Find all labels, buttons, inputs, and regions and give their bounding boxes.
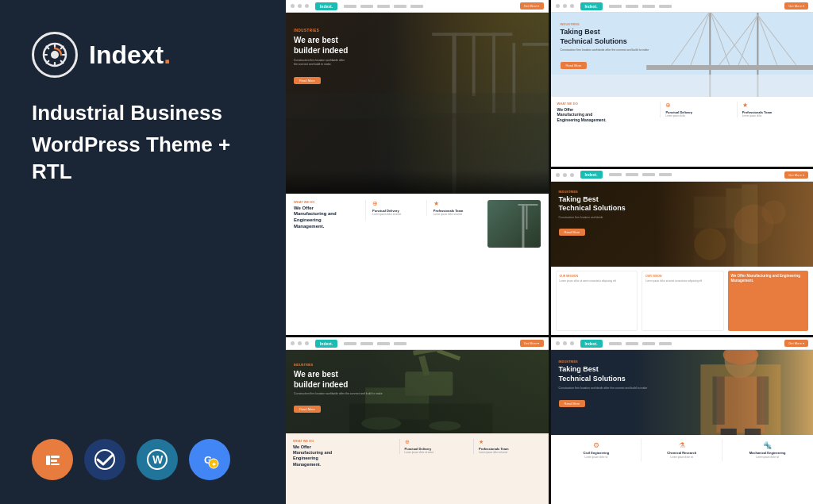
wordpress-badge: W: [137, 439, 178, 480]
svg-point-1: [51, 51, 59, 59]
feature-desc-4-delivery: Lorem ipsum dolor sit amet: [405, 451, 467, 454]
screenshot-2: Indext. Get More ▾: [551, 0, 814, 167]
service-icon-mechanical: 🔩: [730, 441, 805, 449]
feature-icon-4-delivery: ⊕: [405, 439, 467, 445]
svg-rect-61: [745, 429, 761, 435]
mining-hero: Industries We are bestbuilder indeed Con…: [286, 350, 549, 433]
service-civil: ⚙ Civil Engineering Lorem ipsum dolor si…: [557, 439, 637, 461]
feature-desc-2-delivery: Lorem ipsum dolor: [665, 114, 730, 117]
features-label-4: What We Do: [293, 439, 393, 443]
hero-area-1: Industries We are bestbuilder indeed Con…: [286, 13, 549, 194]
features-section-1: What We Do We OfferManufacturing andEngi…: [286, 194, 549, 336]
logo-area: Indext.: [32, 32, 262, 78]
logo-text: Indext.: [89, 40, 171, 70]
service-icon-civil: ⚙: [559, 441, 634, 449]
hero-label-3: Industries: [559, 190, 806, 194]
card-mission-label: Our Mission: [560, 275, 634, 278]
cards-section-3: Our Mission Lorem ipsum dolor sit amet c…: [551, 267, 814, 336]
feature-icon-2-delivery: ⊕: [665, 102, 730, 109]
services-section-5: ⚙ Civil Engineering Lorem ipsum dolor si…: [551, 435, 814, 504]
nav-logo-3: Indext.: [584, 172, 597, 177]
service-desc-civil: Lorem ipsum dolor sit: [559, 456, 634, 459]
svg-point-54: [429, 421, 460, 431]
svg-text:✦: ✦: [211, 461, 217, 468]
screenshot-5: Indext. Get More ▾: [551, 337, 814, 504]
features-label-1: What We Do: [294, 200, 356, 204]
logo-icon: [32, 32, 78, 78]
worker-hero: Industries Taking BestTechnical Solution…: [551, 350, 814, 435]
hero-label-2: Industries: [561, 22, 804, 26]
nav-btn-3: Get More ▾: [784, 171, 808, 179]
hero-title-1: We are bestbuilder indeed: [294, 35, 541, 56]
service-chemical: ⚗ Chemical Research Lorem ipsum dolor si…: [641, 439, 722, 461]
nav-logo-2: Indext.: [584, 4, 597, 9]
hero-btn-1[interactable]: Read More: [294, 77, 321, 84]
features-title-1: We OfferManufacturing andEngineeringMana…: [294, 206, 356, 230]
elementor-badge: [32, 439, 73, 480]
google-translate-badge: G ✦: [189, 439, 230, 480]
svg-rect-4: [51, 460, 57, 462]
feature-icon-4-team: ★: [479, 439, 541, 445]
screenshots-panel: Indext. Get More ▾: [286, 0, 813, 504]
hero-btn-5[interactable]: Read More: [559, 400, 586, 407]
left-panel: Indext. Industrial Business WordPress Th…: [0, 0, 286, 504]
features-label-2: What We Do: [557, 102, 654, 106]
card-vision-label: Our Vision: [645, 275, 720, 278]
service-mechanical: 🔩 Mechanical Engineering Lorem ipsum dol…: [727, 439, 807, 461]
hero-subtitle-3: Construction firm location worldwide: [559, 216, 806, 219]
hero-subtitle-4: Construction firm location worldwide aft…: [294, 392, 541, 396]
hero-label-4: Industries: [294, 363, 541, 367]
hero-btn-4[interactable]: Read More: [294, 406, 321, 413]
browser-bar-4: Indext. Get More ▾: [286, 337, 549, 350]
feature-desc-4-team: Lorem ipsum dolor sit amet: [479, 451, 541, 454]
nav-btn-5: Get More ▾: [784, 340, 808, 347]
features-section-4: What We Do We OfferManufacturing andEngi…: [286, 433, 549, 504]
checkmark-badge: [84, 439, 125, 480]
svg-rect-2: [46, 456, 50, 465]
feature-desc-team: Lorem ipsum dolor sit amet: [433, 213, 478, 216]
service-name-chemical: Chemical Research: [644, 451, 719, 455]
svg-rect-20: [286, 93, 549, 118]
features-title-2: We OfferManufacturing andEngineering Man…: [557, 107, 654, 123]
tagline-line1: Industrial Business: [32, 100, 262, 127]
browser-bar-5: Indext. Get More ▾: [551, 337, 814, 350]
svg-rect-3: [51, 456, 60, 458]
svg-rect-23: [526, 206, 527, 229]
feature-desc-delivery: Lorem ipsum dolor sit amet: [372, 213, 417, 216]
svg-rect-21: [522, 204, 524, 248]
hero-subtitle-1: Construction firm location worldwide aft…: [294, 59, 541, 67]
card-mission: Our Mission Lorem ipsum dolor sit amet c…: [556, 271, 638, 332]
hero-title-4: We are bestbuilder indeed: [294, 369, 541, 390]
svg-rect-22: [518, 204, 538, 206]
service-desc-mechanical: Lorem ipsum dolor sit: [730, 456, 805, 459]
screenshot-4: Indext. Get More ▾: [286, 337, 549, 504]
badge-area: W G ✦: [32, 439, 262, 480]
hero-title-2: Taking BestTechnical Solutions: [561, 28, 804, 46]
nav-btn-2: Get More ▾: [784, 2, 808, 10]
hero-label-5: Industries: [559, 360, 806, 364]
screenshot-1: Indext. Get More ▾: [286, 0, 549, 335]
nav-logo-1: Indext.: [320, 4, 333, 9]
features-title-4: We OfferManufacturing andEngineeringMana…: [293, 444, 393, 467]
browser-bar-1: Indext. Get More ▾: [286, 0, 549, 13]
svg-rect-5: [51, 464, 60, 465]
hero-label-1: Industries: [294, 29, 541, 33]
hero-btn-2[interactable]: Read More: [561, 62, 588, 69]
service-name-mechanical: Mechanical Engineering: [730, 451, 805, 455]
nav-btn-1: Get More ▾: [520, 2, 544, 10]
card-offer: We Offer Manufacturing and Engineering M…: [728, 271, 809, 332]
card-offer-title: We Offer Manufacturing and Engineering M…: [731, 274, 806, 283]
feature-icon-team: ★: [433, 200, 478, 207]
features-section-2: What We Do We OfferManufacturing andEngi…: [551, 97, 814, 167]
browser-bar-3: Indext. Get More ▾: [551, 169, 814, 182]
hero-subtitle-2: Construction firm location worldwide aft…: [561, 48, 804, 52]
feature-icon-delivery: ⊕: [372, 200, 417, 207]
bridge-hero: Industries Taking BestTechnical Solution…: [551, 13, 814, 97]
hero-title-5: Taking BestTechnical Solutions: [559, 365, 806, 383]
hero-btn-3[interactable]: Read More: [559, 229, 586, 236]
tagline-line2: WordPress Theme + RTL: [32, 132, 262, 186]
nav-logo-5: Indext.: [584, 341, 597, 346]
service-name-civil: Civil Engineering: [559, 451, 634, 455]
service-icon-chemical: ⚗: [644, 441, 719, 449]
nav-btn-4: Get More ▾: [520, 340, 544, 347]
